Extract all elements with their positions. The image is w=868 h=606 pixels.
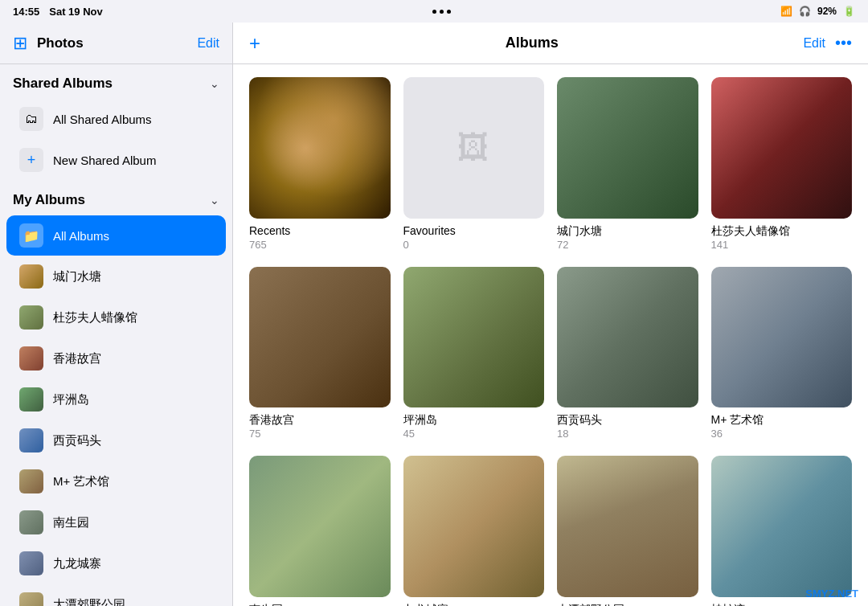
sidebar-item-datam[interactable]: 大潭郊野公园 (6, 584, 226, 606)
add-album-button[interactable]: + (249, 32, 260, 55)
sidebar-item-madame-tussauds[interactable]: 杜莎夫人蜡像馆 (6, 297, 226, 338)
sidebar-item-all-albums[interactable]: 📁 All Albums (6, 215, 226, 256)
album-thumbnail (403, 456, 545, 597)
main-header: + Albums Edit ••• (233, 23, 868, 64)
sidebar-item-mplus-label: M+ 艺术馆 (53, 474, 213, 489)
album-title: M+ 艺术馆 (711, 412, 853, 427)
my-albums-section-header: My Albums ⌄ (0, 181, 232, 215)
sidebar-toggle-icon[interactable]: ⊞ (13, 33, 27, 54)
sidebar-item-hk-palace[interactable]: 香港故宫 (6, 338, 226, 379)
album-count: 75 (249, 428, 391, 440)
hk-palace-thumb (19, 346, 43, 371)
album-thumbnail (249, 456, 391, 597)
album-item[interactable]: 蚺蛇湾59 (711, 456, 853, 606)
album-title: Recents (249, 223, 391, 238)
sidebar-item-chengmen[interactable]: 城门水塘 (6, 256, 226, 297)
album-item[interactable]: 南生园60 (249, 456, 391, 606)
album-item[interactable]: 大潭郊野公园20 (557, 456, 698, 606)
sidebar-item-pingzhou[interactable]: 坪洲岛 (6, 379, 226, 420)
sidebar-item-saikung[interactable]: 西贡码头 (6, 420, 226, 461)
main-title: Albums (260, 35, 803, 51)
status-right: 📶 🎧 92% 🔋 (780, 6, 855, 17)
album-thumbnail (557, 267, 698, 408)
albums-grid: Recents765🖼Favourites0城门水塘72杜莎夫人蜡像馆141香港… (233, 64, 868, 606)
album-title: Favourites (403, 223, 545, 238)
album-thumbnail (249, 77, 391, 219)
sidebar-item-hk-palace-label: 香港故宫 (53, 351, 213, 366)
album-thumbnail (557, 77, 698, 219)
add-shared-icon: + (27, 152, 36, 169)
sidebar-item-all-albums-label: All Albums (53, 229, 213, 243)
album-item[interactable]: 杜莎夫人蜡像馆141 (711, 77, 853, 251)
album-title: 西贡码头 (557, 412, 698, 427)
sidebar-item-chengmen-label: 城门水塘 (53, 269, 213, 285)
favourites-placeholder-icon: 🖼 (457, 129, 489, 166)
album-thumbnail (403, 267, 545, 408)
album-title: 大潭郊野公园 (557, 602, 698, 606)
my-albums-chevron-icon[interactable]: ⌄ (210, 194, 219, 207)
sidebar-item-kowloon-label: 九龙城寨 (53, 556, 213, 571)
album-count: 36 (711, 428, 853, 440)
my-albums-section-title: My Albums (13, 192, 85, 208)
sidebar-item-kowloon[interactable]: 九龙城寨 (6, 543, 226, 583)
sidebar-item-saikung-label: 西贡码头 (53, 433, 213, 448)
album-title: 坪洲岛 (403, 412, 545, 427)
sidebar-item-new-shared-album[interactable]: + New Shared Album (6, 140, 226, 180)
sidebar-edit-button[interactable]: Edit (197, 36, 219, 51)
album-count: 45 (403, 428, 545, 440)
album-title: 九龙城寨 (403, 602, 545, 606)
main-header-right: Edit ••• (803, 34, 852, 52)
album-item[interactable]: 西贡码头18 (557, 267, 698, 440)
album-title: 蚺蛇湾 (711, 602, 853, 606)
datam-thumb (19, 592, 43, 606)
headphones-icon: 🎧 (799, 6, 811, 17)
album-item[interactable]: 九龙城寨77 (403, 456, 545, 606)
sidebar-item-madame-tussauds-label: 杜莎夫人蜡像馆 (53, 310, 213, 326)
shared-albums-section-title: Shared Albums (13, 76, 113, 92)
battery-text: 92% (817, 6, 837, 17)
main-header-left[interactable]: + (249, 32, 260, 55)
album-thumbnail: 🖼 (403, 77, 545, 219)
status-time: 14:55 (13, 6, 39, 18)
main-more-button[interactable]: ••• (835, 34, 852, 52)
album-count: 141 (711, 239, 853, 251)
sidebar-content: Shared Albums ⌄ 🗂 All Shared Albums + Ne… (0, 64, 232, 606)
sidebar-item-namsang-label: 南生园 (53, 515, 213, 530)
wifi-icon: 📶 (780, 6, 792, 17)
sidebar-header: ⊞ Photos Edit (0, 23, 232, 64)
album-count: 765 (249, 239, 391, 251)
shared-albums-section-header: Shared Albums ⌄ (0, 64, 232, 98)
new-shared-album-icon: + (19, 148, 43, 172)
sidebar-title: Photos (37, 35, 84, 51)
pingzhou-thumb (19, 387, 43, 412)
namsang-thumb (19, 510, 43, 534)
album-item[interactable]: 香港故宫75 (249, 267, 391, 440)
album-item[interactable]: Recents765 (249, 77, 391, 251)
sidebar-item-namsang[interactable]: 南生园 (6, 502, 226, 543)
status-bar: 14:55 Sat 19 Nov 📶 🎧 92% 🔋 (0, 0, 868, 23)
mplus-thumb (19, 469, 43, 493)
albums-folder-icon: 📁 (23, 228, 39, 244)
album-item[interactable]: 🖼Favourites0 (403, 77, 545, 251)
sidebar-item-datam-label: 大潭郊野公园 (53, 597, 213, 607)
main-content: + Albums Edit ••• Recents765🖼Favourites0… (233, 23, 868, 606)
dot1 (432, 10, 436, 14)
app-container: ⊞ Photos Edit Shared Albums ⌄ 🗂 All Shar… (0, 23, 868, 606)
album-title: 杜莎夫人蜡像馆 (711, 223, 853, 238)
album-item[interactable]: 城门水塘72 (557, 77, 698, 251)
album-title: 城门水塘 (557, 223, 698, 238)
sidebar: ⊞ Photos Edit Shared Albums ⌄ 🗂 All Shar… (0, 23, 233, 606)
album-item[interactable]: M+ 艺术馆36 (711, 267, 853, 440)
sidebar-item-pingzhou-label: 坪洲岛 (53, 392, 213, 407)
shared-albums-chevron-icon[interactable]: ⌄ (210, 77, 219, 90)
chengmen-thumb (19, 264, 43, 289)
album-item[interactable]: 坪洲岛45 (403, 267, 545, 440)
sidebar-item-mplus[interactable]: M+ 艺术馆 (6, 461, 226, 502)
album-thumbnail (711, 77, 853, 219)
sidebar-item-all-shared-albums[interactable]: 🗂 All Shared Albums (6, 99, 226, 139)
album-count: 72 (557, 239, 698, 251)
status-left: 14:55 Sat 19 Nov (13, 6, 103, 18)
sidebar-item-new-shared-album-label: New Shared Album (53, 154, 213, 167)
battery-icon: 🔋 (843, 6, 855, 17)
main-edit-button[interactable]: Edit (803, 36, 825, 51)
